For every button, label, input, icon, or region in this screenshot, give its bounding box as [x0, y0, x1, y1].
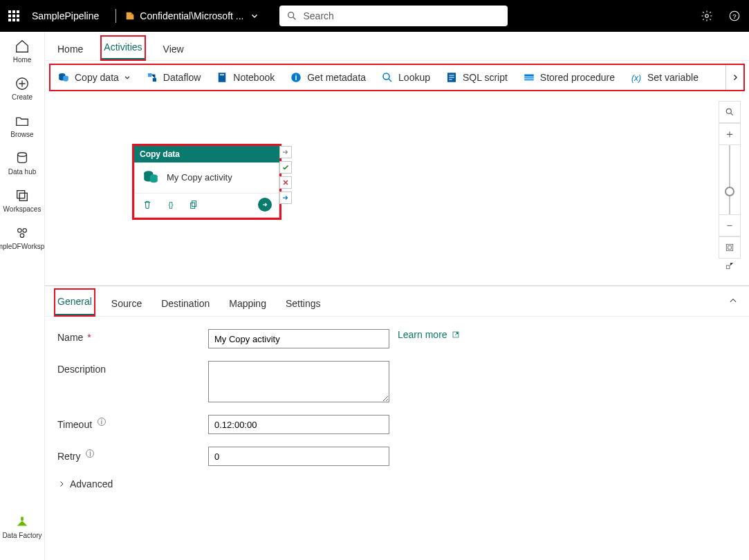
ribbon-set-variable[interactable]: (x) Set variable [630, 71, 699, 84]
divider [115, 9, 116, 23]
chevron-right-icon [57, 480, 66, 488]
ribbon-get-metadata[interactable]: i Get metadata [290, 71, 366, 84]
collapse-panel-icon[interactable] [728, 296, 738, 306]
copy-data-icon [142, 168, 160, 186]
activity-card-header: Copy data [134, 146, 279, 162]
fit-to-screen-button[interactable] [719, 236, 741, 259]
svg-rect-14 [148, 73, 151, 77]
page-tabs: Home Activities View [45, 33, 749, 61]
copy-data-icon [57, 71, 70, 84]
nav-data-hub[interactable]: Data hub [8, 151, 37, 176]
zoom-in-button[interactable]: ＋ [719, 123, 741, 145]
ptab-source[interactable]: Source [109, 291, 145, 316]
ribbon-dataflow[interactable]: Dataflow [146, 71, 201, 84]
on-skip-connector[interactable] [279, 146, 292, 158]
timeout-label: Timeout i [57, 415, 208, 430]
on-completion-connector[interactable] [279, 192, 292, 204]
braces-icon[interactable]: {} [165, 199, 176, 210]
nav-workspaces[interactable]: Workspaces [3, 188, 41, 213]
settings-icon[interactable] [701, 10, 713, 22]
dataflow-icon [146, 71, 158, 84]
copy-data-activity[interactable]: Copy data My Copy activity {} [134, 146, 279, 218]
nav-home[interactable]: Home [13, 39, 32, 64]
svg-point-0 [288, 12, 294, 18]
tab-activities[interactable]: Activities [101, 36, 145, 60]
retry-input[interactable] [208, 447, 389, 466]
svg-text:{}: {} [168, 200, 174, 209]
ribbon-sql-script[interactable]: SQL script [445, 71, 508, 84]
ribbon-stored-procedure[interactable]: Stored procedure [523, 71, 615, 84]
tab-view[interactable]: View [160, 38, 187, 60]
svg-rect-17 [220, 75, 224, 76]
pipeline-name: SamplePipeline [32, 10, 99, 21]
ptab-destination[interactable]: Destination [158, 291, 212, 316]
svg-rect-23 [524, 77, 534, 78]
ptab-settings[interactable]: Settings [283, 291, 324, 316]
advanced-toggle[interactable]: Advanced [57, 478, 737, 489]
workspace-label[interactable]: Confidential\Microsoft ... [140, 10, 243, 21]
ptab-general[interactable]: General [55, 289, 95, 316]
svg-point-5 [18, 153, 27, 157]
info-icon[interactable]: i [86, 449, 94, 458]
nav-create[interactable]: Create [12, 76, 33, 101]
delete-icon[interactable] [142, 199, 153, 210]
svg-rect-7 [19, 193, 27, 200]
svg-text:(x): (x) [631, 73, 641, 83]
activity-name: My Copy activity [167, 172, 232, 183]
ribbon-lookup[interactable]: Lookup [381, 71, 430, 84]
help-icon[interactable]: ? [728, 10, 741, 22]
chevron-right-icon [731, 73, 739, 82]
copy-icon[interactable] [189, 199, 200, 210]
svg-point-10 [20, 234, 24, 238]
svg-rect-30 [191, 203, 195, 208]
svg-point-1 [705, 15, 709, 18]
pipeline-canvas[interactable]: Copy data My Copy activity {} [45, 94, 749, 286]
svg-rect-15 [153, 78, 156, 82]
svg-point-8 [18, 229, 21, 233]
zoom-out-button[interactable]: － [719, 214, 741, 236]
search-placeholder: Search [303, 10, 333, 21]
ribbon-copy-data[interactable]: Copy data [57, 71, 131, 84]
info-icon[interactable]: i [98, 418, 106, 426]
svg-point-31 [726, 109, 731, 113]
timeout-input[interactable] [208, 415, 389, 434]
zoom-slider[interactable] [719, 145, 741, 214]
autolayout-button[interactable] [719, 259, 741, 272]
svg-rect-29 [192, 201, 196, 207]
svg-rect-33 [728, 246, 732, 250]
svg-rect-11 [21, 517, 24, 521]
stored-procedure-icon [523, 71, 535, 84]
svg-text:?: ? [732, 12, 737, 20]
on-fail-connector[interactable] [279, 176, 292, 189]
top-header: SamplePipeline Confidential\Microsoft ..… [0, 0, 749, 32]
info-icon: i [290, 71, 302, 84]
retry-label: Retry i [57, 447, 208, 462]
chevron-down-icon[interactable] [250, 12, 259, 20]
svg-text:i: i [295, 73, 297, 82]
description-label: Description [57, 361, 208, 375]
description-input[interactable] [208, 361, 389, 402]
run-icon[interactable] [258, 198, 272, 212]
tab-home[interactable]: Home [55, 38, 86, 60]
svg-rect-22 [524, 75, 534, 77]
on-success-connector[interactable] [279, 161, 292, 174]
canvas-search-button[interactable] [719, 101, 741, 123]
app-launcher-icon[interactable] [8, 10, 19, 21]
ribbon-scroll-right[interactable] [725, 65, 743, 90]
nav-data-factory[interactable]: Data Factory [2, 514, 41, 539]
activity-card-highlight: Copy data My Copy activity {} [132, 144, 281, 220]
ptab-mapping[interactable]: Mapping [226, 291, 269, 316]
sql-script-icon [445, 71, 458, 84]
nav-browse[interactable]: Browse [10, 113, 33, 138]
activities-ribbon: Copy data Dataflow Notebook i Get metada… [49, 64, 745, 91]
ribbon-notebook[interactable]: Notebook [216, 71, 275, 84]
lookup-icon [381, 71, 394, 84]
svg-point-9 [23, 229, 26, 233]
learn-more-link[interactable]: Learn more [398, 329, 460, 340]
search-input[interactable]: Search [279, 6, 508, 26]
name-input[interactable] [208, 329, 389, 348]
chevron-down-icon [124, 74, 131, 81]
left-nav: Home Create Browse Data hub Workspaces S… [0, 32, 45, 560]
canvas-toolbar: ＋ － [719, 101, 741, 272]
svg-rect-32 [726, 244, 732, 250]
